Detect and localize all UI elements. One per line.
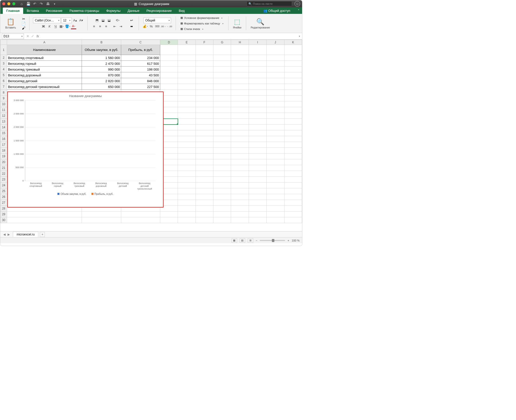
formula-collapse-icon[interactable]: ▾ (299, 35, 300, 38)
cell-K2[interactable] (284, 55, 302, 61)
cell-G13[interactable] (213, 119, 231, 125)
cell-K1[interactable] (284, 45, 302, 55)
cell-F21[interactable] (196, 165, 213, 171)
home-icon[interactable]: ⌂ (19, 2, 24, 6)
cell-J5[interactable] (267, 72, 284, 78)
cell-H18[interactable] (231, 148, 249, 154)
wrap-text-icon[interactable]: ↩ (128, 18, 135, 23)
cell-B30[interactable] (82, 217, 121, 223)
cell-H22[interactable] (231, 171, 249, 177)
cell-H14[interactable] (231, 125, 249, 130)
cell-E21[interactable] (178, 165, 196, 171)
cell-K13[interactable] (284, 119, 302, 125)
cell-E1[interactable] (178, 45, 196, 55)
add-sheet-button[interactable]: + (40, 232, 45, 237)
cell-K8[interactable] (284, 90, 302, 96)
cell-F19[interactable] (196, 154, 213, 159)
cells-button[interactable]: ⬚ Ячейки (232, 17, 243, 29)
cell-I18[interactable] (249, 148, 266, 154)
cell-B2[interactable]: 1 560 000 (82, 55, 121, 61)
cell-I13[interactable] (249, 119, 266, 125)
cell-J26[interactable] (267, 194, 284, 200)
cell-I25[interactable] (249, 188, 266, 194)
cell-G24[interactable] (213, 183, 231, 188)
cell-J15[interactable] (267, 130, 284, 136)
cell-I10[interactable] (249, 101, 266, 107)
cell-J27[interactable] (267, 200, 284, 206)
cell-J20[interactable] (267, 159, 284, 165)
tab-главная[interactable]: Главная (3, 8, 23, 14)
tab-вставка[interactable]: Вставка (23, 8, 42, 14)
cell-A30[interactable] (7, 217, 82, 223)
cell-F2[interactable] (196, 55, 213, 61)
cell-K16[interactable] (284, 136, 302, 142)
cell-J16[interactable] (267, 136, 284, 142)
zoom-in-button[interactable]: + (287, 239, 289, 242)
cell-E24[interactable] (178, 183, 196, 188)
legend-item[interactable]: Прибыль, в руб. (91, 193, 113, 195)
cell-K10[interactable] (284, 101, 302, 107)
cell-E30[interactable] (178, 217, 196, 223)
cell-K11[interactable] (284, 107, 302, 113)
font-color-button[interactable]: A (71, 24, 76, 29)
select-all-corner[interactable] (1, 40, 7, 45)
cell-K17[interactable] (284, 142, 302, 148)
cell-K24[interactable] (284, 183, 302, 188)
cell-F24[interactable] (196, 183, 213, 188)
formula-input[interactable] (40, 34, 299, 39)
cell-E25[interactable] (178, 188, 196, 194)
col-header-A[interactable]: A (7, 40, 82, 45)
cell-G3[interactable] (213, 61, 231, 67)
sheet-tab[interactable]: microexcel.ru (13, 232, 38, 237)
cell-E6[interactable] (178, 78, 196, 84)
cell-I29[interactable] (249, 212, 266, 217)
font-select[interactable]: Calibri (Осн… (33, 18, 61, 23)
row-header-16[interactable]: 16 (1, 136, 7, 142)
cell-C1[interactable]: Прибыль, в руб. (121, 45, 160, 55)
cell-H13[interactable] (231, 119, 249, 125)
cell-H30[interactable] (231, 217, 249, 223)
cell-A4[interactable]: Велосипед трековый (7, 67, 82, 72)
cell-F20[interactable] (196, 159, 213, 165)
cell-B1[interactable]: Объем закупки, в руб. (82, 45, 121, 55)
cell-H16[interactable] (231, 136, 249, 142)
cell-H23[interactable] (231, 177, 249, 183)
cell-A1[interactable]: Наименование (7, 45, 82, 55)
cell-J29[interactable] (267, 212, 284, 217)
cell-G8[interactable] (213, 90, 231, 96)
col-header-G[interactable]: G (213, 40, 231, 45)
cell-C29[interactable] (121, 212, 160, 217)
cell-G19[interactable] (213, 154, 231, 159)
cell-K25[interactable] (284, 188, 302, 194)
cell-G17[interactable] (213, 142, 231, 148)
row-header-15[interactable]: 15 (1, 130, 7, 136)
cell-E13[interactable] (178, 119, 196, 125)
col-header-C[interactable]: C (121, 40, 160, 45)
cell-E16[interactable] (178, 136, 196, 142)
cell-D3[interactable] (160, 61, 178, 67)
row-header-5[interactable]: 5 (1, 72, 7, 78)
cell-E26[interactable] (178, 194, 196, 200)
cell-I23[interactable] (249, 177, 266, 183)
maximize-window-button[interactable] (12, 2, 15, 5)
cell-I8[interactable] (249, 90, 266, 96)
cell-J25[interactable] (267, 188, 284, 194)
cell-C7[interactable]: 227 500 (121, 84, 160, 90)
cell-I4[interactable] (249, 67, 266, 72)
cell-K28[interactable] (284, 206, 302, 212)
cell-G22[interactable] (213, 171, 231, 177)
cell-J14[interactable] (267, 125, 284, 130)
cell-E8[interactable] (178, 90, 196, 96)
cell-E7[interactable] (178, 84, 196, 90)
cell-I15[interactable] (249, 130, 266, 136)
cell-H29[interactable] (231, 212, 249, 217)
cell-J4[interactable] (267, 67, 284, 72)
tab-вид[interactable]: Вид (175, 8, 188, 14)
row-header-12[interactable]: 12 (1, 113, 7, 119)
tab-разметка страницы[interactable]: Разметка страницы (66, 8, 103, 14)
cell-J22[interactable] (267, 171, 284, 177)
cell-I27[interactable] (249, 200, 266, 206)
merge-cells-icon[interactable]: ⬌ (128, 24, 135, 29)
cell-C4[interactable]: 198 000 (121, 67, 160, 72)
cell-J21[interactable] (267, 165, 284, 171)
